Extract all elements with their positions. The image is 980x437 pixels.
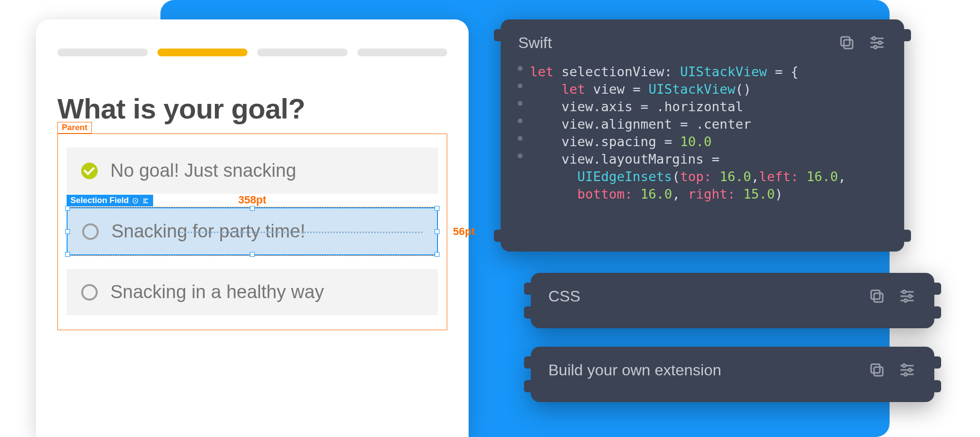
panel-header: CSS: [531, 273, 934, 317]
resize-handle[interactable]: [65, 252, 70, 257]
svg-point-26: [903, 364, 906, 367]
svg-rect-3: [143, 200, 146, 201]
fold-gutter[interactable]: [510, 63, 530, 203]
code-body: let selectionView: UIStackView = { let v…: [501, 63, 904, 218]
svg-rect-13: [874, 293, 883, 302]
measure-height: 56pt: [453, 225, 475, 238]
svg-point-1: [135, 200, 136, 202]
panel-notch: [494, 29, 501, 41]
resize-handle[interactable]: [250, 206, 255, 211]
svg-point-28: [904, 373, 907, 376]
copy-button[interactable]: [837, 33, 857, 52]
copy-button[interactable]: [867, 360, 887, 380]
settings-button[interactable]: [867, 33, 887, 52]
resize-handle[interactable]: [435, 252, 439, 257]
sliders-icon: [898, 361, 916, 379]
copy-button[interactable]: [867, 286, 887, 306]
selected-element-wrap: Selection Field 358pt 56pt Snacking for …: [67, 207, 438, 255]
design-canvas: What is your goal? Parent No goal! Just …: [36, 19, 469, 437]
sliders-icon: [898, 287, 916, 305]
panel-notch: [934, 306, 941, 319]
svg-rect-22: [871, 364, 880, 373]
svg-rect-21: [874, 367, 883, 376]
radio-icon[interactable]: [82, 223, 99, 240]
panel-notch: [494, 230, 501, 242]
question-heading: What is your goal?: [57, 92, 447, 125]
svg-rect-5: [844, 40, 853, 49]
code-panel-css[interactable]: CSS: [531, 273, 934, 328]
selection-label-text: Selection Field: [70, 196, 129, 205]
radio-checked-icon[interactable]: [81, 163, 98, 179]
copy-icon: [838, 34, 856, 51]
parent-container[interactable]: Parent No goal! Just snacking Selection …: [57, 134, 447, 330]
svg-point-11: [878, 41, 881, 44]
radio-icon[interactable]: [81, 284, 98, 301]
code-content[interactable]: let selectionView: UIStackView = { let v…: [530, 63, 846, 203]
panel-notch: [524, 380, 531, 392]
selection-label[interactable]: Selection Field: [67, 195, 153, 206]
progress-step-2: [158, 49, 248, 56]
resize-handle[interactable]: [65, 229, 70, 234]
svg-point-27: [909, 369, 911, 371]
progress-step-3: [257, 49, 348, 56]
panel-notch: [524, 283, 531, 295]
option-1-text: No goal! Just snacking: [110, 160, 296, 181]
spacing-guide: [179, 232, 422, 233]
code-panel-swift: Swift let selectionView: UIStackView = {…: [501, 19, 904, 252]
option-1[interactable]: No goal! Just snacking: [67, 148, 438, 194]
copy-icon: [868, 361, 886, 379]
panel-notch: [904, 230, 911, 242]
option-3-text: Snacking in a healthy way: [110, 282, 324, 303]
svg-rect-4: [143, 202, 148, 203]
svg-point-19: [909, 295, 911, 298]
resize-handle[interactable]: [435, 206, 439, 211]
settings-button[interactable]: [897, 360, 917, 380]
svg-rect-14: [871, 290, 880, 299]
option-3[interactable]: Snacking in a healthy way: [67, 269, 438, 315]
svg-rect-6: [841, 37, 850, 46]
settings-button[interactable]: [897, 286, 917, 306]
progress-step-4: [357, 49, 448, 56]
measure-width: 358pt: [238, 194, 266, 206]
parent-label: Parent: [57, 122, 92, 134]
panel-notch: [524, 306, 531, 319]
resize-handle[interactable]: [250, 252, 255, 257]
target-icon: [132, 197, 139, 204]
code-panel-extension[interactable]: Build your own extension: [531, 347, 934, 402]
copy-icon: [868, 287, 886, 305]
panel-title: CSS: [548, 287, 857, 305]
svg-point-18: [903, 290, 906, 293]
progress-step-1: [57, 49, 148, 56]
panel-notch: [934, 283, 941, 295]
option-2[interactable]: Snacking for party time!: [67, 207, 438, 255]
panel-header: Swift: [501, 19, 904, 63]
panel-notch: [524, 356, 531, 369]
resize-handle[interactable]: [65, 206, 70, 211]
panel-header: Build your own extension: [531, 347, 934, 390]
resize-handle[interactable]: [435, 229, 439, 234]
panel-notch: [934, 380, 941, 392]
svg-point-20: [904, 299, 907, 302]
panel-title: Swift: [518, 34, 826, 52]
panel-title: Build your own extension: [548, 361, 857, 379]
panel-notch: [934, 356, 941, 369]
svg-rect-2: [143, 199, 148, 200]
progress-bar: [57, 49, 447, 56]
align-icon: [142, 197, 149, 204]
panel-notch: [904, 29, 911, 41]
svg-point-10: [873, 37, 875, 40]
svg-point-12: [874, 46, 877, 49]
sliders-icon: [868, 34, 886, 51]
